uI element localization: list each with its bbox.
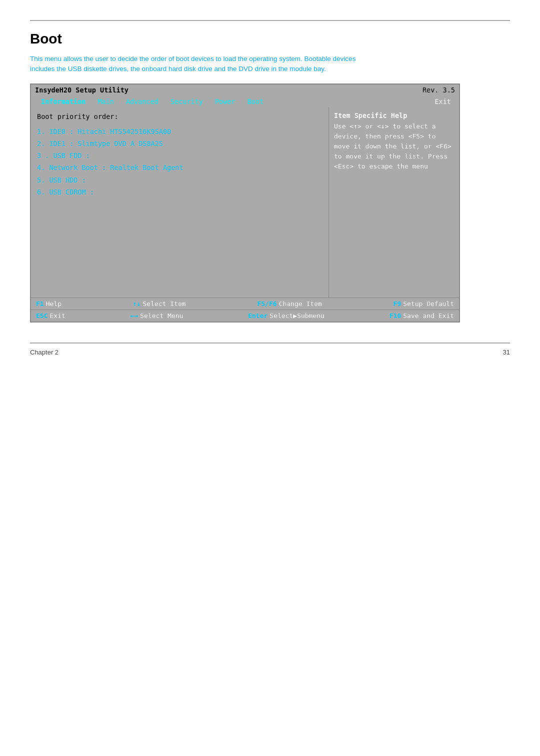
- key-f5f6: F5/F6: [257, 300, 276, 308]
- boot-item-5[interactable]: 6. USB CDROM :: [37, 186, 322, 198]
- boot-item-1[interactable]: 2. IDE1 : Slimtype DVD A DS8A2S: [37, 138, 322, 150]
- boot-item-2[interactable]: 3 . USB FDD :: [37, 150, 322, 162]
- bottom-rule: [30, 342, 510, 344]
- boot-section-label: Boot priority order:: [37, 112, 322, 120]
- description: This menu allows the user to decide the …: [30, 54, 380, 74]
- menu-advanced[interactable]: Advanced: [120, 96, 164, 106]
- key-f10: F10: [390, 312, 401, 320]
- chapter-label: Chapter 2: [30, 348, 58, 356]
- label-help: Help: [46, 300, 62, 308]
- bios-rev: Rev. 3.5: [422, 86, 455, 94]
- bios-title: InsydeH20 Setup Utility: [35, 86, 128, 94]
- menu-main[interactable]: Main: [92, 96, 120, 106]
- menu-information[interactable]: Information: [35, 96, 92, 106]
- bios-content: Boot priority order: 1. IDE0 : Hitachi H…: [31, 108, 459, 298]
- label-change-item: Change Item: [279, 300, 322, 308]
- menu-security[interactable]: Security: [164, 96, 209, 106]
- footer-leftright: ←→ Select Menu: [130, 312, 184, 320]
- label-save-exit: Save and Exit: [403, 312, 454, 320]
- page-container: Boot This menu allows the user to decide…: [0, 0, 540, 376]
- boot-item-4[interactable]: 5. USB HDD :: [37, 174, 322, 186]
- boot-item-3[interactable]: 4. Network Boot : Realtek Boot Agent: [37, 162, 322, 174]
- page-footer: Chapter 2 31: [30, 348, 510, 356]
- label-select-submenu: Select▶Submenu: [270, 312, 324, 320]
- key-updown: ↑↓: [133, 300, 141, 308]
- top-rule: [30, 20, 510, 21]
- bios-left-panel: Boot priority order: 1. IDE0 : Hitachi H…: [31, 108, 329, 298]
- label-exit: Exit: [50, 312, 65, 320]
- menu-power[interactable]: Power: [209, 96, 242, 106]
- menu-boot[interactable]: Boot: [242, 96, 270, 106]
- bios-footer-2: ESC Exit ←→ Select Menu Enter Select▶Sub…: [31, 310, 459, 322]
- footer-f5f6: F5/F6 Change Item: [257, 300, 322, 308]
- footer-f9: F9 Setup Default: [394, 300, 454, 308]
- bios-menubar: Information Main Advanced Security Power…: [31, 96, 459, 108]
- footer-f1: F1 Help: [36, 300, 62, 308]
- label-setup-default: Setup Default: [403, 300, 454, 308]
- key-esc: ESC: [36, 312, 48, 320]
- bios-right-panel: Item Specific Help Use <↑> or <↓> to sel…: [329, 108, 459, 298]
- key-f1: F1: [36, 300, 44, 308]
- boot-item-0[interactable]: 1. IDE0 : Hitachi HTS542516K9SA00: [37, 126, 322, 138]
- menu-exit[interactable]: Exit: [430, 96, 455, 106]
- help-title: Item Specific Help: [334, 112, 454, 120]
- help-text: Use <↑> or <↓> to select a device, then …: [334, 122, 454, 172]
- footer-esc: ESC Exit: [36, 312, 66, 320]
- key-enter: Enter: [248, 312, 268, 320]
- footer-arrows: ↑↓ Select Item: [133, 300, 186, 308]
- bios-screen: InsydeH20 Setup Utility Rev. 3.5 Informa…: [30, 84, 460, 322]
- page-number: 31: [503, 348, 510, 356]
- label-select-item: Select Item: [143, 300, 186, 308]
- key-f9: F9: [394, 300, 402, 308]
- bios-header: InsydeH20 Setup Utility Rev. 3.5: [31, 84, 459, 96]
- key-leftright: ←→: [130, 312, 138, 320]
- bios-footer: F1 Help ↑↓ Select Item F5/F6 Change Item…: [31, 298, 459, 310]
- footer-enter: Enter Select▶Submenu: [248, 312, 324, 320]
- label-select-menu: Select Menu: [140, 312, 183, 320]
- page-title: Boot: [30, 31, 510, 47]
- footer-f10: F10 Save and Exit: [390, 312, 454, 320]
